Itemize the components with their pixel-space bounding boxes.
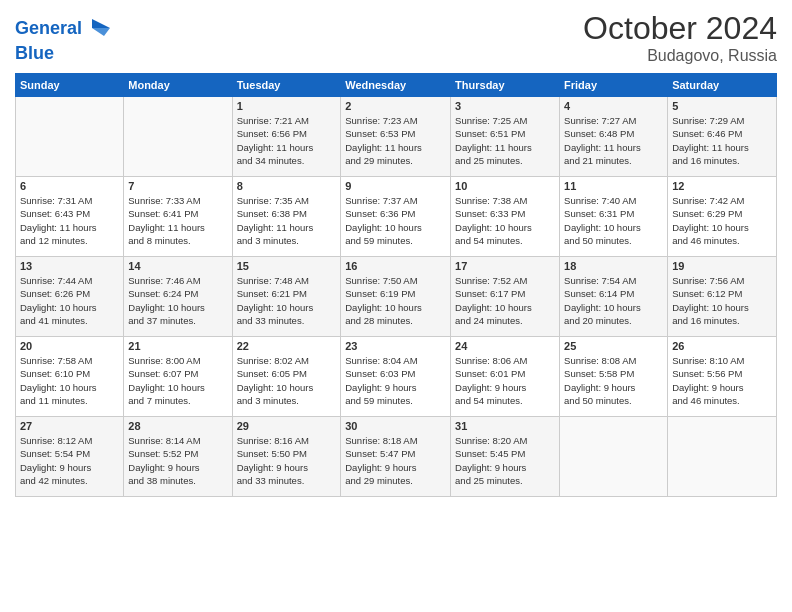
day-number: 25 [564, 340, 663, 352]
col-thursday: Thursday [451, 74, 560, 97]
table-row: 3Sunrise: 7:25 AM Sunset: 6:51 PM Daylig… [451, 97, 560, 177]
day-info: Sunrise: 7:21 AM Sunset: 6:56 PM Dayligh… [237, 114, 337, 167]
day-info: Sunrise: 7:40 AM Sunset: 6:31 PM Dayligh… [564, 194, 663, 247]
table-row: 20Sunrise: 7:58 AM Sunset: 6:10 PM Dayli… [16, 337, 124, 417]
day-number: 27 [20, 420, 119, 432]
svg-marker-1 [92, 28, 110, 36]
col-wednesday: Wednesday [341, 74, 451, 97]
table-row: 16Sunrise: 7:50 AM Sunset: 6:19 PM Dayli… [341, 257, 451, 337]
day-number: 12 [672, 180, 772, 192]
day-info: Sunrise: 7:29 AM Sunset: 6:46 PM Dayligh… [672, 114, 772, 167]
calendar-header-row: Sunday Monday Tuesday Wednesday Thursday… [16, 74, 777, 97]
day-info: Sunrise: 7:35 AM Sunset: 6:38 PM Dayligh… [237, 194, 337, 247]
col-monday: Monday [124, 74, 232, 97]
logo: General Blue [15, 14, 112, 62]
day-info: Sunrise: 7:42 AM Sunset: 6:29 PM Dayligh… [672, 194, 772, 247]
logo-icon [82, 14, 112, 44]
day-number: 31 [455, 420, 555, 432]
table-row: 4Sunrise: 7:27 AM Sunset: 6:48 PM Daylig… [560, 97, 668, 177]
day-info: Sunrise: 8:06 AM Sunset: 6:01 PM Dayligh… [455, 354, 555, 407]
day-info: Sunrise: 7:50 AM Sunset: 6:19 PM Dayligh… [345, 274, 446, 327]
table-row: 24Sunrise: 8:06 AM Sunset: 6:01 PM Dayli… [451, 337, 560, 417]
table-row: 22Sunrise: 8:02 AM Sunset: 6:05 PM Dayli… [232, 337, 341, 417]
col-friday: Friday [560, 74, 668, 97]
day-info: Sunrise: 7:54 AM Sunset: 6:14 PM Dayligh… [564, 274, 663, 327]
month-title: October 2024 [583, 10, 777, 47]
table-row: 14Sunrise: 7:46 AM Sunset: 6:24 PM Dayli… [124, 257, 232, 337]
header: General Blue October 2024 Budagovo, Russ… [15, 10, 777, 65]
day-info: Sunrise: 7:33 AM Sunset: 6:41 PM Dayligh… [128, 194, 227, 247]
day-info: Sunrise: 7:31 AM Sunset: 6:43 PM Dayligh… [20, 194, 119, 247]
day-info: Sunrise: 7:27 AM Sunset: 6:48 PM Dayligh… [564, 114, 663, 167]
logo-general: General [15, 18, 82, 38]
day-number: 21 [128, 340, 227, 352]
table-row: 19Sunrise: 7:56 AM Sunset: 6:12 PM Dayli… [668, 257, 777, 337]
day-number: 19 [672, 260, 772, 272]
day-info: Sunrise: 8:00 AM Sunset: 6:07 PM Dayligh… [128, 354, 227, 407]
logo-text: General [15, 19, 82, 39]
day-info: Sunrise: 8:14 AM Sunset: 5:52 PM Dayligh… [128, 434, 227, 487]
day-info: Sunrise: 8:04 AM Sunset: 6:03 PM Dayligh… [345, 354, 446, 407]
day-number: 6 [20, 180, 119, 192]
day-number: 14 [128, 260, 227, 272]
day-number: 16 [345, 260, 446, 272]
day-info: Sunrise: 7:58 AM Sunset: 6:10 PM Dayligh… [20, 354, 119, 407]
day-number: 3 [455, 100, 555, 112]
day-number: 1 [237, 100, 337, 112]
table-row: 7Sunrise: 7:33 AM Sunset: 6:41 PM Daylig… [124, 177, 232, 257]
day-info: Sunrise: 7:52 AM Sunset: 6:17 PM Dayligh… [455, 274, 555, 327]
table-row: 13Sunrise: 7:44 AM Sunset: 6:26 PM Dayli… [16, 257, 124, 337]
table-row [124, 97, 232, 177]
table-row: 8Sunrise: 7:35 AM Sunset: 6:38 PM Daylig… [232, 177, 341, 257]
day-number: 28 [128, 420, 227, 432]
table-row: 31Sunrise: 8:20 AM Sunset: 5:45 PM Dayli… [451, 417, 560, 497]
day-number: 11 [564, 180, 663, 192]
table-row: 23Sunrise: 8:04 AM Sunset: 6:03 PM Dayli… [341, 337, 451, 417]
day-info: Sunrise: 8:10 AM Sunset: 5:56 PM Dayligh… [672, 354, 772, 407]
table-row: 1Sunrise: 7:21 AM Sunset: 6:56 PM Daylig… [232, 97, 341, 177]
day-number: 15 [237, 260, 337, 272]
table-row: 26Sunrise: 8:10 AM Sunset: 5:56 PM Dayli… [668, 337, 777, 417]
day-number: 13 [20, 260, 119, 272]
calendar-week-0: 1Sunrise: 7:21 AM Sunset: 6:56 PM Daylig… [16, 97, 777, 177]
page: General Blue October 2024 Budagovo, Russ… [0, 0, 792, 612]
day-number: 8 [237, 180, 337, 192]
logo-blue: Blue [15, 44, 112, 62]
table-row: 28Sunrise: 8:14 AM Sunset: 5:52 PM Dayli… [124, 417, 232, 497]
day-number: 23 [345, 340, 446, 352]
calendar-table: Sunday Monday Tuesday Wednesday Thursday… [15, 73, 777, 497]
col-sunday: Sunday [16, 74, 124, 97]
day-number: 2 [345, 100, 446, 112]
day-info: Sunrise: 7:46 AM Sunset: 6:24 PM Dayligh… [128, 274, 227, 327]
table-row: 25Sunrise: 8:08 AM Sunset: 5:58 PM Dayli… [560, 337, 668, 417]
day-info: Sunrise: 7:44 AM Sunset: 6:26 PM Dayligh… [20, 274, 119, 327]
table-row: 18Sunrise: 7:54 AM Sunset: 6:14 PM Dayli… [560, 257, 668, 337]
day-number: 5 [672, 100, 772, 112]
svg-marker-0 [92, 19, 110, 28]
day-number: 22 [237, 340, 337, 352]
day-info: Sunrise: 7:56 AM Sunset: 6:12 PM Dayligh… [672, 274, 772, 327]
table-row: 2Sunrise: 7:23 AM Sunset: 6:53 PM Daylig… [341, 97, 451, 177]
title-block: October 2024 Budagovo, Russia [583, 10, 777, 65]
day-info: Sunrise: 7:48 AM Sunset: 6:21 PM Dayligh… [237, 274, 337, 327]
calendar-week-1: 6Sunrise: 7:31 AM Sunset: 6:43 PM Daylig… [16, 177, 777, 257]
table-row: 15Sunrise: 7:48 AM Sunset: 6:21 PM Dayli… [232, 257, 341, 337]
table-row: 21Sunrise: 8:00 AM Sunset: 6:07 PM Dayli… [124, 337, 232, 417]
table-row: 17Sunrise: 7:52 AM Sunset: 6:17 PM Dayli… [451, 257, 560, 337]
day-info: Sunrise: 8:08 AM Sunset: 5:58 PM Dayligh… [564, 354, 663, 407]
location: Budagovo, Russia [583, 47, 777, 65]
table-row: 29Sunrise: 8:16 AM Sunset: 5:50 PM Dayli… [232, 417, 341, 497]
day-number: 7 [128, 180, 227, 192]
table-row: 30Sunrise: 8:18 AM Sunset: 5:47 PM Dayli… [341, 417, 451, 497]
day-info: Sunrise: 7:38 AM Sunset: 6:33 PM Dayligh… [455, 194, 555, 247]
day-number: 10 [455, 180, 555, 192]
day-info: Sunrise: 8:18 AM Sunset: 5:47 PM Dayligh… [345, 434, 446, 487]
table-row [560, 417, 668, 497]
day-number: 24 [455, 340, 555, 352]
table-row [16, 97, 124, 177]
day-number: 18 [564, 260, 663, 272]
day-number: 30 [345, 420, 446, 432]
calendar-week-4: 27Sunrise: 8:12 AM Sunset: 5:54 PM Dayli… [16, 417, 777, 497]
day-info: Sunrise: 8:02 AM Sunset: 6:05 PM Dayligh… [237, 354, 337, 407]
table-row: 10Sunrise: 7:38 AM Sunset: 6:33 PM Dayli… [451, 177, 560, 257]
